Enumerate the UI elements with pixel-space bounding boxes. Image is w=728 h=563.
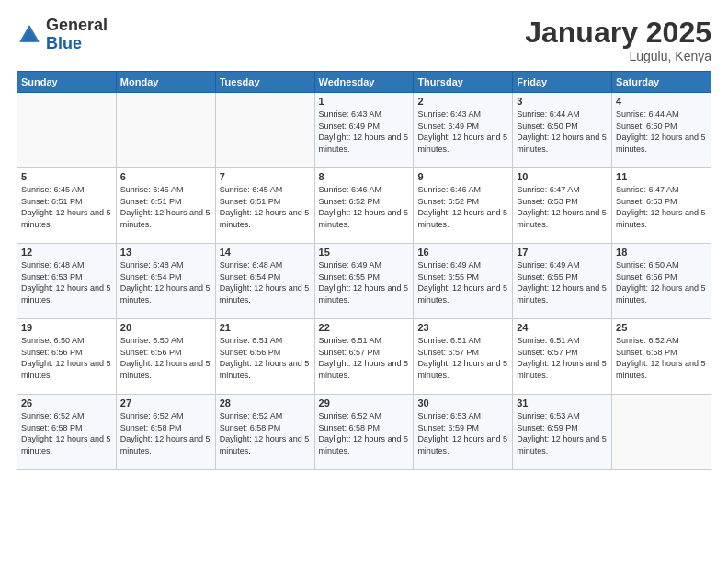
column-header-monday: Monday — [116, 72, 215, 93]
calendar-cell: 5Sunrise: 6:45 AM Sunset: 6:51 PM Daylig… — [17, 168, 117, 244]
day-number: 16 — [417, 247, 508, 258]
day-number: 30 — [417, 397, 508, 408]
day-number: 15 — [319, 247, 410, 258]
day-info: Sunrise: 6:51 AM Sunset: 6:57 PM Dayligh… — [517, 335, 608, 381]
day-info: Sunrise: 6:49 AM Sunset: 6:55 PM Dayligh… — [517, 259, 608, 305]
calendar-cell: 6Sunrise: 6:45 AM Sunset: 6:51 PM Daylig… — [116, 168, 215, 244]
day-info: Sunrise: 6:52 AM Sunset: 6:58 PM Dayligh… — [21, 410, 112, 456]
calendar-cell — [215, 93, 314, 168]
calendar-cell: 18Sunrise: 6:50 AM Sunset: 6:56 PM Dayli… — [612, 244, 711, 319]
day-number: 3 — [517, 96, 608, 107]
day-info: Sunrise: 6:51 AM Sunset: 6:57 PM Dayligh… — [319, 335, 410, 381]
calendar-cell: 17Sunrise: 6:49 AM Sunset: 6:55 PM Dayli… — [513, 244, 612, 319]
day-info: Sunrise: 6:47 AM Sunset: 6:53 PM Dayligh… — [517, 184, 608, 230]
day-info: Sunrise: 6:43 AM Sunset: 6:49 PM Dayligh… — [417, 109, 508, 155]
day-number: 23 — [417, 322, 508, 333]
calendar-cell: 1Sunrise: 6:43 AM Sunset: 6:49 PM Daylig… — [314, 93, 414, 168]
day-number: 9 — [417, 171, 508, 182]
day-info: Sunrise: 6:51 AM Sunset: 6:56 PM Dayligh… — [220, 335, 311, 381]
day-info: Sunrise: 6:45 AM Sunset: 6:51 PM Dayligh… — [120, 184, 211, 230]
day-number: 20 — [120, 322, 211, 333]
day-number: 26 — [21, 397, 112, 408]
logo-blue-text: Blue — [46, 34, 82, 52]
calendar-cell: 13Sunrise: 6:48 AM Sunset: 6:54 PM Dayli… — [116, 244, 215, 319]
calendar-subtitle: Lugulu, Kenya — [525, 49, 711, 63]
calendar-cell — [612, 395, 711, 470]
calendar-cell: 29Sunrise: 6:52 AM Sunset: 6:58 PM Dayli… — [314, 395, 414, 470]
day-number: 17 — [517, 247, 608, 258]
calendar-cell: 28Sunrise: 6:52 AM Sunset: 6:58 PM Dayli… — [215, 395, 314, 470]
column-header-tuesday: Tuesday — [215, 72, 314, 93]
day-info: Sunrise: 6:48 AM Sunset: 6:53 PM Dayligh… — [21, 259, 112, 305]
calendar-cell: 12Sunrise: 6:48 AM Sunset: 6:53 PM Dayli… — [17, 244, 117, 319]
day-number: 25 — [616, 322, 707, 333]
day-number: 29 — [319, 397, 410, 408]
day-info: Sunrise: 6:44 AM Sunset: 6:50 PM Dayligh… — [517, 109, 608, 155]
day-info: Sunrise: 6:48 AM Sunset: 6:54 PM Dayligh… — [220, 259, 311, 305]
day-number: 12 — [21, 247, 112, 258]
day-number: 18 — [616, 247, 707, 258]
title-block: January 2025 Lugulu, Kenya — [525, 17, 711, 63]
day-info: Sunrise: 6:43 AM Sunset: 6:49 PM Dayligh… — [319, 109, 410, 155]
day-number: 7 — [220, 171, 311, 182]
calendar-cell: 27Sunrise: 6:52 AM Sunset: 6:58 PM Dayli… — [116, 395, 215, 470]
calendar-cell: 16Sunrise: 6:49 AM Sunset: 6:55 PM Dayli… — [414, 244, 513, 319]
day-info: Sunrise: 6:53 AM Sunset: 6:59 PM Dayligh… — [517, 410, 608, 456]
logo-text: General Blue — [46, 17, 108, 53]
day-info: Sunrise: 6:45 AM Sunset: 6:51 PM Dayligh… — [21, 184, 112, 230]
calendar-cell — [116, 93, 215, 168]
day-number: 5 — [21, 171, 112, 182]
calendar-cell: 24Sunrise: 6:51 AM Sunset: 6:57 PM Dayli… — [513, 319, 612, 395]
calendar-cell — [17, 93, 117, 168]
day-number: 14 — [220, 247, 311, 258]
calendar-cell: 31Sunrise: 6:53 AM Sunset: 6:59 PM Dayli… — [513, 395, 612, 470]
calendar-cell: 21Sunrise: 6:51 AM Sunset: 6:56 PM Dayli… — [215, 319, 314, 395]
day-number: 13 — [120, 247, 211, 258]
day-number: 27 — [120, 397, 211, 408]
day-info: Sunrise: 6:45 AM Sunset: 6:51 PM Dayligh… — [220, 184, 311, 230]
calendar-cell: 19Sunrise: 6:50 AM Sunset: 6:56 PM Dayli… — [17, 319, 117, 395]
column-header-saturday: Saturday — [612, 72, 711, 93]
calendar-cell: 30Sunrise: 6:53 AM Sunset: 6:59 PM Dayli… — [414, 395, 513, 470]
calendar-cell: 22Sunrise: 6:51 AM Sunset: 6:57 PM Dayli… — [314, 319, 414, 395]
day-info: Sunrise: 6:53 AM Sunset: 6:59 PM Dayligh… — [417, 410, 508, 456]
day-info: Sunrise: 6:51 AM Sunset: 6:57 PM Dayligh… — [417, 335, 508, 381]
day-number: 24 — [517, 322, 608, 333]
day-info: Sunrise: 6:47 AM Sunset: 6:53 PM Dayligh… — [616, 184, 707, 230]
column-header-thursday: Thursday — [414, 72, 513, 93]
calendar-week-row: 12Sunrise: 6:48 AM Sunset: 6:53 PM Dayli… — [17, 244, 711, 319]
day-number: 6 — [120, 171, 211, 182]
day-number: 31 — [517, 397, 608, 408]
day-info: Sunrise: 6:52 AM Sunset: 6:58 PM Dayligh… — [616, 335, 707, 381]
day-number: 11 — [616, 171, 707, 182]
calendar-cell: 10Sunrise: 6:47 AM Sunset: 6:53 PM Dayli… — [513, 168, 612, 244]
day-info: Sunrise: 6:52 AM Sunset: 6:58 PM Dayligh… — [220, 410, 311, 456]
calendar-cell: 23Sunrise: 6:51 AM Sunset: 6:57 PM Dayli… — [414, 319, 513, 395]
day-info: Sunrise: 6:50 AM Sunset: 6:56 PM Dayligh… — [21, 335, 112, 381]
column-header-wednesday: Wednesday — [314, 72, 414, 93]
calendar-header-row: SundayMondayTuesdayWednesdayThursdayFrid… — [17, 72, 711, 93]
day-number: 22 — [319, 322, 410, 333]
calendar-cell: 3Sunrise: 6:44 AM Sunset: 6:50 PM Daylig… — [513, 93, 612, 168]
calendar-cell: 2Sunrise: 6:43 AM Sunset: 6:49 PM Daylig… — [414, 93, 513, 168]
day-number: 19 — [21, 322, 112, 333]
logo-general-text: General — [46, 16, 108, 34]
day-info: Sunrise: 6:49 AM Sunset: 6:55 PM Dayligh… — [417, 259, 508, 305]
calendar-cell: 25Sunrise: 6:52 AM Sunset: 6:58 PM Dayli… — [612, 319, 711, 395]
calendar-cell: 8Sunrise: 6:46 AM Sunset: 6:52 PM Daylig… — [314, 168, 414, 244]
day-number: 4 — [616, 96, 707, 107]
calendar-cell: 4Sunrise: 6:44 AM Sunset: 6:50 PM Daylig… — [612, 93, 711, 168]
calendar-cell: 15Sunrise: 6:49 AM Sunset: 6:55 PM Dayli… — [314, 244, 414, 319]
day-number: 28 — [220, 397, 311, 408]
calendar-cell: 20Sunrise: 6:50 AM Sunset: 6:56 PM Dayli… — [116, 319, 215, 395]
day-info: Sunrise: 6:50 AM Sunset: 6:56 PM Dayligh… — [120, 335, 211, 381]
calendar-table: SundayMondayTuesdayWednesdayThursdayFrid… — [17, 71, 711, 470]
calendar-cell: 7Sunrise: 6:45 AM Sunset: 6:51 PM Daylig… — [215, 168, 314, 244]
day-number: 10 — [517, 171, 608, 182]
day-info: Sunrise: 6:44 AM Sunset: 6:50 PM Dayligh… — [616, 109, 707, 155]
calendar-week-row: 26Sunrise: 6:52 AM Sunset: 6:58 PM Dayli… — [17, 395, 711, 470]
calendar-week-row: 5Sunrise: 6:45 AM Sunset: 6:51 PM Daylig… — [17, 168, 711, 244]
column-header-sunday: Sunday — [17, 72, 117, 93]
calendar-title: January 2025 — [525, 17, 711, 49]
day-number: 1 — [319, 96, 410, 107]
